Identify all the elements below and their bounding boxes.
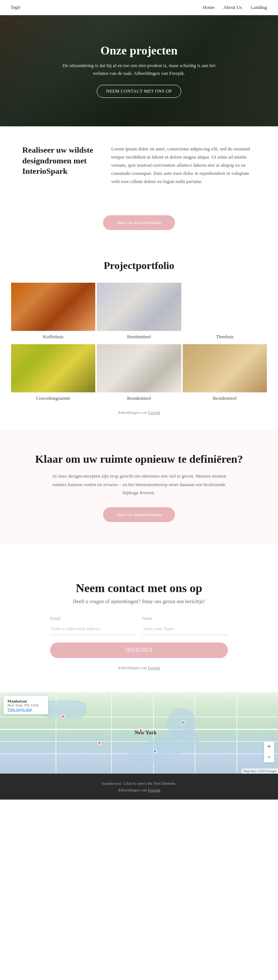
contact-credit: Afbeeldingen van Freepik — [30, 665, 248, 670]
map-background: New York Manhattan New York, NY, USA Vie… — [0, 692, 278, 774]
hero-description: De uitzondering is dat hij af en toe een… — [61, 62, 217, 78]
map-controls: + − — [264, 742, 274, 762]
hero-section: Onze projecten De uitzondering is dat hi… — [0, 15, 278, 126]
map-pin-5 — [153, 749, 157, 753]
portfolio-img-coffee — [11, 283, 95, 331]
portfolio-img-coworking — [11, 344, 95, 392]
portfolio-freepik-link[interactable]: Freepik — [148, 410, 160, 415]
map-pin-3 — [181, 721, 185, 724]
logo: logo — [11, 5, 21, 10]
portfolio-label-residential1: Residentieel — [97, 331, 181, 343]
hero-cta-button[interactable]: NEEM CONTACT MET ONS OP — [97, 85, 181, 98]
name-label: Name — [142, 616, 228, 621]
portfolio-item-residential1[interactable]: Residentieel — [97, 283, 181, 343]
cta-body: Al onze designconcepten zijn erop gerich… — [50, 472, 228, 496]
portfolio-img-residential2 — [97, 344, 181, 392]
about-heading: Realiseer uw wildste designdromen met In… — [22, 145, 96, 177]
contact-heading: Neem contact met ons op — [30, 581, 248, 595]
portfolio-item-residential2[interactable]: Residentieel — [97, 344, 181, 404]
footer: Sample text. Click to select the Text El… — [0, 774, 278, 800]
about-section: Realiseer uw wildste designdromen met In… — [0, 126, 278, 204]
map-overlay-city: Manhattan — [7, 699, 45, 703]
about-cta-button[interactable]: Start uw transformaties — [103, 215, 174, 230]
portfolio-img-residential3 — [183, 344, 267, 392]
about-button-wrap: Start uw transformaties — [0, 215, 278, 230]
footer-freepik-link[interactable]: Freepik — [148, 788, 160, 792]
portfolio-label-coworking: Coworkingruimte — [11, 392, 95, 404]
submit-button[interactable]: INDIENEN — [50, 643, 228, 658]
cta-heading: Klaar om uw ruimte opnieuw te definiëren… — [30, 452, 248, 466]
cta-button[interactable]: Start uw transformaties — [103, 507, 174, 522]
portfolio-item-teahouse[interactable]: Theehuis — [183, 283, 267, 343]
about-body-block: Lorem ipsum dolor sit amet, consectetur … — [111, 145, 256, 186]
contact-subtitle: Heeft u vragen of opmerkingen? Stuur ons… — [30, 599, 248, 605]
map-city-label: New York — [134, 730, 157, 736]
hero-title: Onze projecten — [61, 44, 217, 57]
nav-home[interactable]: Home — [203, 5, 215, 10]
portfolio-label-residential3: Residentieel — [183, 392, 267, 404]
contact-form: Email Name INDIENEN — [50, 616, 228, 665]
portfolio-credit: Afbeeldingen van Freepik — [11, 410, 267, 415]
name-input[interactable] — [142, 623, 228, 635]
portfolio-img-teahouse — [183, 283, 267, 331]
cta-section: Klaar om uw ruimte opnieuw te definiëren… — [0, 430, 278, 544]
map-view-larger[interactable]: View larger map — [7, 707, 45, 711]
map-pin-4 — [97, 741, 101, 745]
email-input[interactable] — [50, 623, 136, 635]
navbar: logo Home About Us Landing — [0, 0, 278, 15]
hero-content: Onze projecten De uitzondering is dat hi… — [61, 44, 217, 98]
contact-section: Neem contact met ons op Heeft u vragen o… — [0, 559, 278, 692]
map-overlay-card: Manhattan New York, NY, USA View larger … — [4, 696, 48, 714]
portfolio-grid: Koffiehuis Residentieel Theehuis Coworki… — [11, 283, 267, 404]
portfolio-item-coffee[interactable]: Koffiehuis — [11, 283, 95, 343]
map-zoom-out[interactable]: − — [264, 752, 274, 762]
nav-links: Home About Us Landing — [203, 5, 267, 10]
form-row: Email Name — [50, 616, 228, 635]
about-body: Lorem ipsum dolor sit amet, consectetur … — [111, 145, 256, 186]
nav-about[interactable]: About Us — [223, 5, 242, 10]
portfolio-item-coworking[interactable]: Coworkingruimte — [11, 344, 95, 404]
portfolio-heading: Projectportfolio — [11, 260, 267, 272]
map-overlay-address: New York, NY, USA — [7, 703, 45, 707]
contact-freepik-link[interactable]: Freepik — [148, 665, 160, 670]
map-zoom-in[interactable]: + — [264, 742, 274, 752]
footer-credit: Afbeeldingen van Freepik — [11, 788, 267, 792]
email-label: Email — [50, 616, 136, 621]
email-field-wrap: Email — [50, 616, 136, 635]
portfolio-label-coffee: Koffiehuis — [11, 331, 95, 343]
footer-sample-text: Sample text. Click to select the Text El… — [11, 781, 267, 786]
map-section: New York Manhattan New York, NY, USA Vie… — [0, 692, 278, 774]
portfolio-section: Projectportfolio Koffiehuis Residentieel… — [0, 245, 278, 430]
about-heading-block: Realiseer uw wildste designdromen met In… — [22, 145, 96, 177]
nav-landing[interactable]: Landing — [251, 5, 267, 10]
name-field-wrap: Name — [142, 616, 228, 635]
portfolio-label-residential2: Residentieel — [97, 392, 181, 404]
map-attribution: Map data ©2023 Google — [242, 768, 278, 774]
portfolio-item-residential3[interactable]: Residentieel — [183, 344, 267, 404]
portfolio-img-residential1 — [97, 283, 181, 331]
portfolio-label-teahouse: Theehuis — [183, 331, 267, 343]
